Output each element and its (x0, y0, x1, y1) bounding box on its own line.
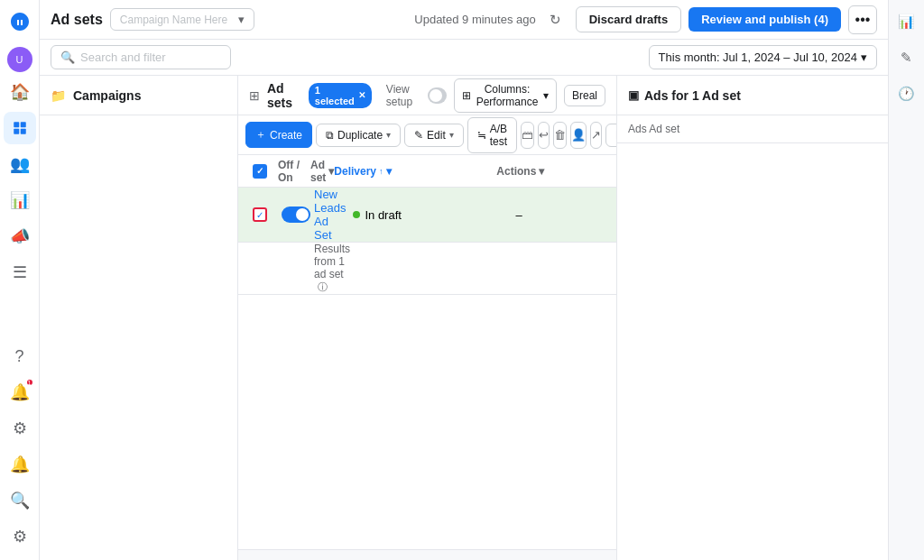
left-sidebar: U 🏠 👥 📊 📣 ☰ ? 🔔 1 ⚙ 🔔 🔍 ⚙ (0, 0, 40, 560)
row-delivery-cell: In draft (349, 208, 512, 222)
th-off-on: Off / On (278, 159, 310, 184)
totals-row: Results from 1 ad set ⓘ – (238, 243, 616, 295)
th-actions: Actions ▾ (496, 165, 617, 178)
dropdown-value: Campaign Name Here (120, 14, 227, 26)
adsets-grid-icon: ⊞ (249, 88, 260, 103)
totals-label-cell: Results from 1 ad set ⓘ (310, 243, 354, 294)
campaigns-panel: 📁 Campaigns (40, 76, 238, 560)
review-publish-button[interactable]: Review and publish (4) (688, 7, 841, 32)
sidebar-item-audience[interactable]: 👥 (4, 148, 36, 180)
ab-test-label: A/B test (490, 123, 507, 148)
chevron-down-icon: ▾ (861, 50, 867, 64)
th-delivery[interactable]: Delivery ↑ ▾ (334, 165, 496, 178)
status-dot-icon (353, 211, 360, 218)
create-label: Create (270, 129, 302, 142)
plus-icon: ＋ (255, 127, 266, 142)
page-title: Ad sets (51, 12, 103, 28)
archive-button[interactable]: 🗃 (521, 122, 534, 149)
ads-panel: ▣ Ads for 1 Ad set Ads Ad set (617, 76, 888, 560)
clear-selection-button[interactable]: ✕ (358, 90, 365, 100)
sidebar-item-campaigns[interactable] (4, 112, 36, 144)
sidebar-item-alerts[interactable]: 🔔 (4, 448, 36, 481)
table-row: ✓ New Leads Ad Set In draf (238, 188, 616, 243)
horizontal-scrollbar[interactable] (238, 549, 616, 560)
toggle-knob (296, 208, 309, 221)
selected-count-badge: 1 selected ✕ (309, 83, 372, 108)
campaigns-panel-header: 📁 Campaigns (40, 76, 237, 115)
row-checkbox-cell: ✓ (242, 207, 278, 222)
avatar[interactable]: U (7, 47, 32, 72)
sidebar-item-reports[interactable]: 📊 (4, 184, 36, 216)
more-options-button[interactable]: ••• (848, 5, 877, 34)
notification-badge: 1 (25, 378, 34, 387)
undo-button[interactable]: ↩ (538, 122, 550, 149)
sidebar-item-search[interactable]: 🔍 (4, 484, 36, 517)
updated-status: Updated 9 minutes ago (414, 13, 535, 26)
duplicate-button[interactable]: ⧉ Duplicate ▾ (316, 124, 401, 147)
svg-rect-2 (14, 129, 19, 134)
campaign-dropdown[interactable]: Campaign Name Here ▾ (110, 8, 254, 31)
meta-logo[interactable] (5, 7, 34, 36)
sidebar-item-home[interactable]: 🏠 (4, 76, 36, 108)
totals-label: Results from 1 ad set (314, 243, 350, 280)
row-actions-cell: – (512, 208, 616, 222)
delivery-status: In draft (353, 208, 508, 222)
search-filter-input[interactable]: 🔍 Search and filter (51, 45, 231, 69)
adsets-toolbar: ＋ Create ⧉ Duplicate ▾ ✎ Edit ▾ ≒ A/B te… (238, 115, 616, 155)
view-setup-label: View setup (386, 83, 420, 108)
export-button[interactable]: ↗ (590, 122, 602, 149)
breakdown-button[interactable]: Breal (564, 85, 605, 106)
delivery-text: In draft (365, 208, 401, 222)
scroll-inner (238, 550, 616, 560)
date-range-picker[interactable]: This month: Jul 1, 2024 – Jul 10, 2024 ▾ (649, 45, 877, 69)
filter-bar: 🔍 Search and filter This month: Jul 1, 2… (40, 40, 888, 76)
ads-subtitle-bar: Ads Ad set (617, 115, 888, 143)
campaigns-folder-icon: 📁 (51, 88, 66, 103)
discard-drafts-button[interactable]: Discard drafts (576, 6, 681, 32)
date-range-text: This month: Jul 1, 2024 – Jul 10, 2024 (659, 50, 857, 64)
sidebar-item-gear[interactable]: ⚙ (4, 520, 36, 553)
sidebar-item-ads[interactable]: 📣 (4, 220, 36, 252)
sidebar-item-help[interactable]: ? (4, 340, 36, 372)
rules-button[interactable]: Rules ▾ (605, 124, 617, 147)
ad-set-toggle[interactable] (282, 207, 310, 223)
share-button[interactable]: 👤 (570, 122, 587, 149)
columns-label: Columns: Performance (475, 83, 540, 108)
edit-button[interactable]: ✎ Edit ▾ (404, 124, 464, 147)
th-actions-label: Actions (496, 165, 536, 178)
refresh-button[interactable]: ↻ (543, 7, 568, 32)
edit-icon: ✎ (414, 129, 423, 142)
row-toggle-cell (278, 207, 310, 223)
create-button[interactable]: ＋ Create (245, 122, 312, 148)
chevron-down-icon: ▾ (238, 13, 245, 26)
view-toggle[interactable] (428, 87, 447, 104)
table-header: ✓ Off / On Ad set ▾ Delivery ↑ ▾ Actions… (238, 155, 616, 188)
select-all-checkbox[interactable]: ✓ (253, 164, 267, 179)
columns-grid-icon: ⊞ (462, 89, 471, 102)
sidebar-item-more[interactable]: ☰ (4, 256, 36, 289)
panels-container: 📁 Campaigns ⊞ Ad sets 1 selected ✕ View … (40, 76, 888, 560)
caret-icon: ▾ (386, 130, 391, 140)
right-sidebar-chart-icon[interactable]: 📊 (892, 7, 921, 36)
delete-button[interactable]: 🗑 (553, 122, 567, 149)
ads-subtitle: Ads Ad set (628, 123, 679, 135)
row-checkbox[interactable]: ✓ (253, 207, 267, 222)
ab-test-icon: ≒ (477, 129, 486, 142)
right-sidebar-clock-icon[interactable]: 🕐 (892, 79, 921, 108)
ads-content (617, 143, 888, 560)
columns-button[interactable]: ⊞ Columns: Performance ▾ (454, 78, 557, 113)
right-sidebar-edit-icon[interactable]: ✎ (892, 43, 921, 72)
adsets-panel-title: Ad sets (267, 81, 301, 110)
caret-icon: ▾ (449, 130, 454, 140)
breakdown-label: Breal (572, 89, 597, 102)
ads-icon: ▣ (628, 88, 639, 102)
ad-set-name-link[interactable]: New Leads Ad Set (314, 188, 346, 242)
sidebar-item-settings[interactable]: ⚙ (4, 412, 36, 445)
top-header: Ad sets Campaign Name Here ▾ Updated 9 m… (40, 0, 888, 40)
ab-test-button[interactable]: ≒ A/B test (467, 117, 517, 153)
adsets-panel-header: ⊞ Ad sets 1 selected ✕ View setup ⊞ Colu… (238, 76, 616, 115)
svg-rect-1 (20, 122, 25, 127)
th-off-on-label: Off / On (278, 159, 310, 184)
view-toggle-knob (430, 89, 442, 102)
th-actions-sort: ▾ (539, 165, 544, 178)
